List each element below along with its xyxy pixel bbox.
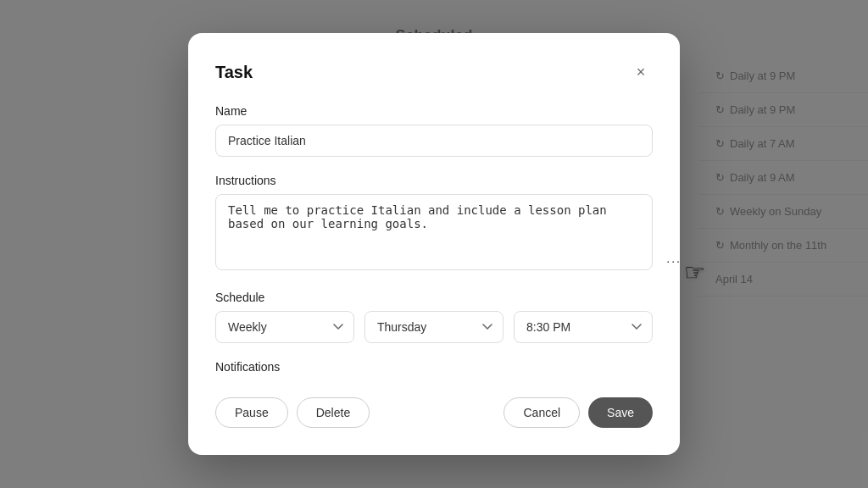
frequency-select[interactable]: Weekly Daily Monthly bbox=[215, 311, 354, 343]
footer-right: Cancel Save bbox=[504, 397, 653, 428]
schedule-group: Schedule Weekly Daily Monthly Thursday M… bbox=[215, 291, 653, 343]
day-select[interactable]: Thursday Monday Tuesday Wednesday Friday… bbox=[364, 311, 504, 343]
instructions-textarea[interactable]: Tell me to practice Italian and include … bbox=[215, 194, 653, 270]
instructions-group: Instructions Tell me to practice Italian… bbox=[215, 174, 653, 274]
close-button[interactable]: × bbox=[629, 60, 653, 84]
name-input[interactable] bbox=[215, 125, 653, 157]
modal-overlay: Task × Name Instructions Tell me to prac… bbox=[0, 0, 868, 488]
name-group: Name bbox=[215, 104, 653, 157]
footer-left: Pause Delete bbox=[215, 397, 370, 428]
instructions-label: Instructions bbox=[215, 174, 653, 187]
pause-button[interactable]: Pause bbox=[215, 397, 288, 428]
modal-header: Task × bbox=[215, 60, 653, 84]
time-select[interactable]: 8:30 PM 8:00 PM 9:00 PM bbox=[514, 311, 653, 343]
schedule-row: Weekly Daily Monthly Thursday Monday Tue… bbox=[215, 311, 653, 343]
cancel-button[interactable]: Cancel bbox=[504, 397, 580, 428]
modal-title: Task bbox=[215, 63, 253, 82]
schedule-label: Schedule bbox=[215, 291, 653, 304]
notifications-group: Notifications bbox=[215, 360, 653, 374]
task-modal: Task × Name Instructions Tell me to prac… bbox=[188, 33, 680, 455]
notifications-label: Notifications bbox=[215, 360, 653, 374]
modal-footer: Pause Delete Cancel Save bbox=[215, 397, 653, 428]
save-button[interactable]: Save bbox=[588, 397, 653, 428]
delete-button[interactable]: Delete bbox=[297, 397, 370, 428]
name-label: Name bbox=[215, 104, 653, 118]
